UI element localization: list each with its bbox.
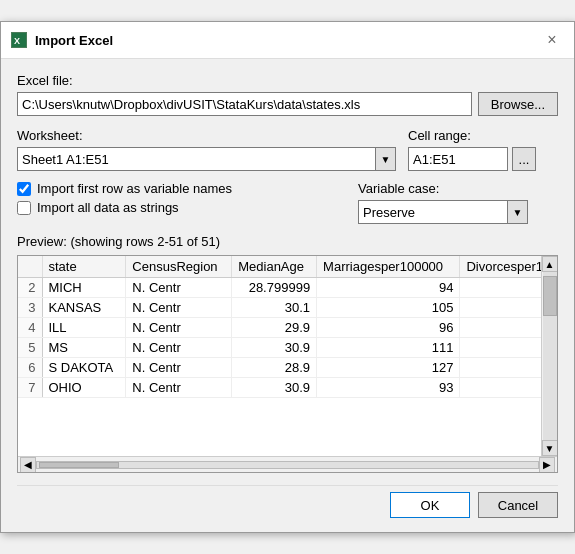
table-cell: 4 [18, 318, 42, 338]
variable-case-label: Variable case: [358, 181, 558, 196]
import-first-row-checkbox[interactable] [17, 182, 31, 196]
table-cell: KANSAS [42, 298, 126, 318]
table-cell: N. Centr [126, 378, 232, 398]
preview-label: Preview: (showing rows 2-51 of 51) [17, 234, 558, 249]
table-cell: N. Centr [126, 358, 232, 378]
table-cell: 7 [18, 378, 42, 398]
ok-button[interactable]: OK [390, 492, 470, 518]
cancel-button[interactable]: Cancel [478, 492, 558, 518]
table-cell: OHIO [42, 378, 126, 398]
table-header-row: state CensusRegion MedianAge Marriagespe… [18, 256, 557, 278]
variable-case-select-wrapper[interactable]: Preserve Lowercase Uppercase ▼ [358, 200, 528, 224]
table-cell: 105 [317, 298, 460, 318]
table-cell: N. Centr [126, 298, 232, 318]
preview-table-scroll[interactable]: state CensusRegion MedianAge Marriagespe… [18, 256, 557, 456]
table-cell: ILL [42, 318, 126, 338]
close-button[interactable]: × [540, 28, 564, 52]
table-cell: MS [42, 338, 126, 358]
table-cell: N. Centr [126, 278, 232, 298]
h-scroll-thumb[interactable] [39, 462, 119, 468]
variable-case-select[interactable]: Preserve Lowercase Uppercase [359, 201, 507, 223]
table-cell: 111 [317, 338, 460, 358]
h-scroll-track [36, 461, 539, 469]
table-cell: 30.1 [232, 298, 317, 318]
options-row: Import first row as variable names Impor… [17, 181, 558, 224]
scroll-left-arrow[interactable]: ◀ [20, 457, 36, 473]
table-cell: 2 [18, 278, 42, 298]
bottom-buttons: OK Cancel [17, 485, 558, 522]
dialog-content: Excel file: Browse... Worksheet: Sheet1 … [1, 59, 574, 532]
table-cell: 30.9 [232, 378, 317, 398]
table-cell: MICH [42, 278, 126, 298]
table-cell: 29.9 [232, 318, 317, 338]
table-cell: 93 [317, 378, 460, 398]
table-cell: 30.9 [232, 338, 317, 358]
table-row: 3KANSASN. Centr30.1105 [18, 298, 557, 318]
svg-text:X: X [14, 36, 20, 46]
checkboxes-col: Import first row as variable names Impor… [17, 181, 358, 219]
cell-range-group: Cell range: ... [408, 128, 558, 171]
col-header-censusregion: CensusRegion [126, 256, 232, 278]
dialog-title: Import Excel [35, 33, 113, 48]
excel-file-label: Excel file: [17, 73, 558, 88]
worksheet-label: Worksheet: [17, 128, 396, 143]
table-cell: 96 [317, 318, 460, 338]
table-cell: 5 [18, 338, 42, 358]
worksheet-dropdown-arrow[interactable]: ▼ [375, 148, 395, 170]
worksheet-select-wrapper[interactable]: Sheet1 A1:E51 ▼ [17, 147, 396, 171]
table-cell: 3 [18, 298, 42, 318]
title-bar: X Import Excel × [1, 22, 574, 59]
table-row: 7OHION. Centr30.993 [18, 378, 557, 398]
cell-range-row: ... [408, 147, 558, 171]
table-cell: N. Centr [126, 318, 232, 338]
table-row: 2MICHN. Centr28.79999994 [18, 278, 557, 298]
import-excel-dialog: X Import Excel × Excel file: Browse... W… [0, 21, 575, 533]
table-cell: S DAKOTA [42, 358, 126, 378]
table-row: 5MSN. Centr30.9111 [18, 338, 557, 358]
cell-range-input[interactable] [408, 147, 508, 171]
import-all-strings-row: Import all data as strings [17, 200, 358, 215]
cell-range-ellipsis-button[interactable]: ... [512, 147, 536, 171]
scroll-thumb[interactable] [543, 276, 557, 316]
table-cell: N. Centr [126, 338, 232, 358]
col-header-num [18, 256, 42, 278]
worksheet-cellrange-row: Worksheet: Sheet1 A1:E51 ▼ Cell range: .… [17, 128, 558, 171]
dialog-icon: X [11, 32, 27, 48]
table-cell: 6 [18, 358, 42, 378]
scroll-right-arrow[interactable]: ▶ [539, 457, 555, 473]
table-cell: 28.9 [232, 358, 317, 378]
table-row: 4ILLN. Centr29.996 [18, 318, 557, 338]
col-header-marriages: Marriagesper100000 [317, 256, 460, 278]
table-cell: 94 [317, 278, 460, 298]
preview-table-container: state CensusRegion MedianAge Marriagespe… [17, 255, 558, 473]
excel-file-input[interactable] [17, 92, 472, 116]
worksheet-select[interactable]: Sheet1 A1:E51 [18, 148, 375, 170]
scroll-track [543, 272, 557, 440]
col-header-medianage: MedianAge [232, 256, 317, 278]
import-all-strings-label: Import all data as strings [37, 200, 179, 215]
vertical-scrollbar[interactable]: ▲ ▼ [541, 256, 557, 456]
scroll-up-arrow[interactable]: ▲ [542, 256, 558, 272]
table-row: 6S DAKOTAN. Centr28.9127 [18, 358, 557, 378]
import-first-row-label: Import first row as variable names [37, 181, 232, 196]
import-first-row-row: Import first row as variable names [17, 181, 358, 196]
title-bar-left: X Import Excel [11, 32, 113, 48]
preview-table: state CensusRegion MedianAge Marriagespe… [18, 256, 557, 398]
browse-button[interactable]: Browse... [478, 92, 558, 116]
variable-case-col: Variable case: Preserve Lowercase Upperc… [358, 181, 558, 224]
horizontal-scrollbar[interactable]: ◀ ▶ [18, 456, 557, 472]
table-cell: 127 [317, 358, 460, 378]
col-header-state: state [42, 256, 126, 278]
worksheet-group: Worksheet: Sheet1 A1:E51 ▼ [17, 128, 396, 171]
scroll-down-arrow[interactable]: ▼ [542, 440, 558, 456]
table-cell: 28.799999 [232, 278, 317, 298]
file-row: Browse... [17, 92, 558, 116]
cell-range-label: Cell range: [408, 128, 558, 143]
variable-case-dropdown-arrow[interactable]: ▼ [507, 201, 527, 223]
import-all-strings-checkbox[interactable] [17, 201, 31, 215]
